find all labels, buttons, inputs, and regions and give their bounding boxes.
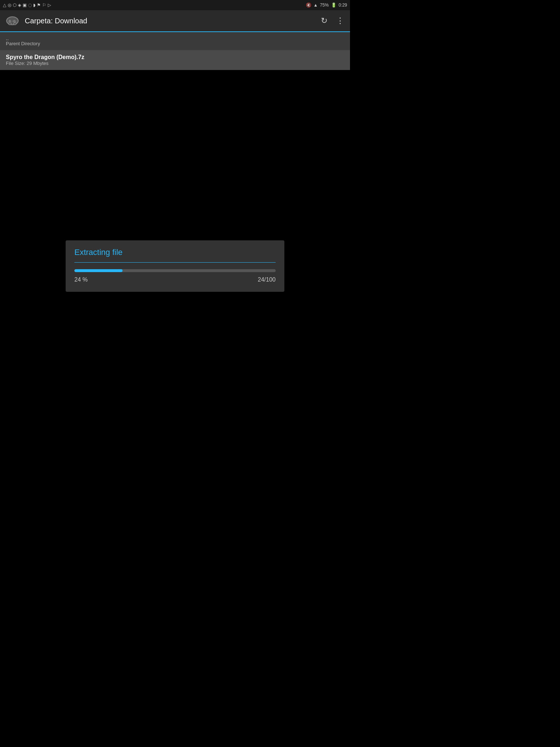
menu-button[interactable]: ⋮ bbox=[335, 15, 346, 27]
svg-point-4 bbox=[15, 21, 16, 22]
file-name: Spyro the Dragon (Demo).7z bbox=[6, 54, 344, 61]
svg-point-8 bbox=[13, 23, 16, 25]
progress-fill bbox=[74, 269, 122, 272]
dialog-divider bbox=[74, 262, 276, 263]
progress-labels: 24 % 24/100 bbox=[74, 276, 276, 283]
svg-point-5 bbox=[14, 22, 15, 23]
toolbar-actions: ↻ ⋮ bbox=[319, 15, 346, 27]
dialog-overlay: Extracting file 24 % 24/100 bbox=[0, 70, 350, 462]
progress-count-label: 24/100 bbox=[258, 276, 276, 283]
status-bar: △ ◎ ⬡ ◈ ▣ ◌ ◗ ⚑ ⚐ ▷ 🔇 ▲ 75% 🔋 0:29 bbox=[0, 0, 350, 10]
battery-icon: 🔋 bbox=[331, 3, 337, 8]
notification-icon-4: ◈ bbox=[18, 3, 21, 8]
parent-label: Parent Directory bbox=[6, 41, 344, 46]
extract-dialog: Extracting file 24 % 24/100 bbox=[66, 240, 284, 292]
file-list: .. Parent Directory Spyro the Dragon (De… bbox=[0, 32, 350, 70]
status-icons-left: △ ◎ ⬡ ◈ ▣ ◌ ◗ ⚑ ⚐ ▷ bbox=[3, 3, 51, 8]
notification-icon-8: ⚑ bbox=[37, 3, 41, 8]
time-display: 0:29 bbox=[339, 3, 347, 8]
svg-point-6 bbox=[13, 21, 14, 22]
mute-icon: 🔇 bbox=[306, 3, 311, 8]
parent-dots: .. bbox=[6, 36, 344, 41]
notification-icon-10: ▷ bbox=[48, 3, 51, 8]
toolbar-title: Carpeta: Download bbox=[25, 17, 319, 25]
file-item-spyro[interactable]: Spyro the Dragon (Demo).7z File Size: 29… bbox=[0, 50, 350, 70]
notification-icon-6: ◌ bbox=[28, 3, 32, 8]
parent-directory-item[interactable]: .. Parent Directory bbox=[0, 32, 350, 50]
svg-point-7 bbox=[8, 23, 11, 25]
app-icon bbox=[4, 13, 20, 29]
file-meta: File Size: 29 Mbytes bbox=[6, 61, 344, 66]
toolbar: Carpeta: Download ↻ ⋮ bbox=[0, 10, 350, 32]
refresh-button[interactable]: ↻ bbox=[319, 15, 329, 27]
svg-point-3 bbox=[14, 20, 15, 21]
progress-track bbox=[74, 269, 276, 272]
svg-rect-2 bbox=[8, 21, 11, 22]
notification-icon-3: ⬡ bbox=[13, 3, 16, 8]
progress-percent-label: 24 % bbox=[74, 276, 88, 283]
notification-icon-1: △ bbox=[3, 3, 6, 8]
status-icons-right: 🔇 ▲ 75% 🔋 0:29 bbox=[306, 3, 347, 8]
battery-percent: 75% bbox=[320, 3, 329, 8]
dialog-title: Extracting file bbox=[74, 248, 276, 257]
notification-icon-9: ⚐ bbox=[42, 3, 46, 8]
content-area: Extracting file 24 % 24/100 bbox=[0, 70, 350, 462]
notification-icon-5: ▣ bbox=[23, 3, 27, 8]
notification-icon-2: ◎ bbox=[8, 3, 11, 8]
wifi-icon: ▲ bbox=[314, 3, 318, 8]
notification-icon-7: ◗ bbox=[33, 3, 35, 8]
